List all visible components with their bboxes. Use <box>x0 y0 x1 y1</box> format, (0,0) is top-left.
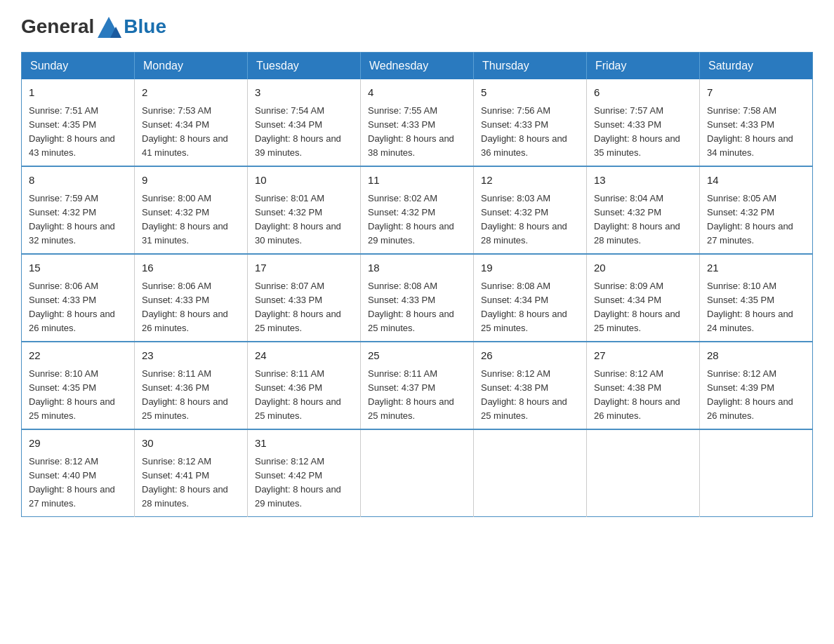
calendar-header-wednesday: Wednesday <box>361 53 474 80</box>
sunset-label: Sunset: 4:33 PM <box>142 295 209 305</box>
calendar-cell: 15 Sunrise: 8:06 AM Sunset: 4:33 PM Dayl… <box>22 254 135 342</box>
calendar-cell: 8 Sunrise: 7:59 AM Sunset: 4:32 PM Dayli… <box>22 166 135 254</box>
day-number: 28 <box>707 348 805 364</box>
sunrise-label: Sunrise: 8:09 AM <box>594 281 663 291</box>
calendar-cell: 11 Sunrise: 8:02 AM Sunset: 4:32 PM Dayl… <box>361 166 474 254</box>
daylight-label: Daylight: 8 hours and 39 minutes. <box>255 133 341 158</box>
calendar-cell: 9 Sunrise: 8:00 AM Sunset: 4:32 PM Dayli… <box>135 166 248 254</box>
calendar-header-friday: Friday <box>587 53 700 80</box>
day-info: Sunrise: 8:12 AM Sunset: 4:38 PM Dayligh… <box>594 367 692 424</box>
sunset-label: Sunset: 4:33 PM <box>368 295 435 305</box>
calendar-cell: 20 Sunrise: 8:09 AM Sunset: 4:34 PM Dayl… <box>587 254 700 342</box>
day-number: 7 <box>707 85 805 101</box>
sunrise-label: Sunrise: 8:12 AM <box>481 368 550 379</box>
page-header: General Blue <box>21 14 813 39</box>
sunset-label: Sunset: 4:33 PM <box>29 295 96 305</box>
daylight-label: Daylight: 8 hours and 25 minutes. <box>368 309 454 333</box>
sunrise-label: Sunrise: 7:58 AM <box>707 105 776 116</box>
sunset-label: Sunset: 4:33 PM <box>481 119 548 130</box>
sunrise-label: Sunrise: 8:11 AM <box>368 368 437 379</box>
calendar-cell: 4 Sunrise: 7:55 AM Sunset: 4:33 PM Dayli… <box>361 79 474 166</box>
calendar-cell: 30 Sunrise: 8:12 AM Sunset: 4:41 PM Dayl… <box>135 429 248 517</box>
day-info: Sunrise: 8:10 AM Sunset: 4:35 PM Dayligh… <box>29 367 127 424</box>
day-info: Sunrise: 8:07 AM Sunset: 4:33 PM Dayligh… <box>255 279 353 336</box>
calendar-week-row: 1 Sunrise: 7:51 AM Sunset: 4:35 PM Dayli… <box>22 79 813 166</box>
sunrise-label: Sunrise: 7:57 AM <box>594 105 663 116</box>
day-info: Sunrise: 7:51 AM Sunset: 4:35 PM Dayligh… <box>29 104 127 161</box>
daylight-label: Daylight: 8 hours and 25 minutes. <box>594 309 680 333</box>
daylight-label: Daylight: 8 hours and 25 minutes. <box>368 396 454 421</box>
day-number: 2 <box>142 85 240 101</box>
sunrise-label: Sunrise: 7:56 AM <box>481 105 550 116</box>
day-info: Sunrise: 8:06 AM Sunset: 4:33 PM Dayligh… <box>142 279 240 336</box>
calendar-week-row: 8 Sunrise: 7:59 AM Sunset: 4:32 PM Dayli… <box>22 166 813 254</box>
calendar-cell: 28 Sunrise: 8:12 AM Sunset: 4:39 PM Dayl… <box>700 342 813 429</box>
day-number: 16 <box>142 260 240 276</box>
sunrise-label: Sunrise: 8:12 AM <box>594 368 663 379</box>
sunset-label: Sunset: 4:39 PM <box>707 382 774 393</box>
day-number: 8 <box>29 173 127 189</box>
day-info: Sunrise: 8:12 AM Sunset: 4:38 PM Dayligh… <box>481 367 579 424</box>
sunset-label: Sunset: 4:33 PM <box>255 295 322 305</box>
day-number: 20 <box>594 260 692 276</box>
sunset-label: Sunset: 4:36 PM <box>255 382 322 393</box>
daylight-label: Daylight: 8 hours and 27 minutes. <box>29 484 115 509</box>
calendar-cell <box>474 429 587 517</box>
daylight-label: Daylight: 8 hours and 41 minutes. <box>142 133 228 158</box>
day-info: Sunrise: 7:55 AM Sunset: 4:33 PM Dayligh… <box>368 104 466 161</box>
sunset-label: Sunset: 4:34 PM <box>481 295 548 305</box>
sunset-label: Sunset: 4:35 PM <box>707 295 774 305</box>
daylight-label: Daylight: 8 hours and 25 minutes. <box>481 309 567 333</box>
sunset-label: Sunset: 4:33 PM <box>707 119 774 130</box>
sunrise-label: Sunrise: 7:55 AM <box>368 105 437 116</box>
sunrise-label: Sunrise: 8:02 AM <box>368 193 437 203</box>
day-info: Sunrise: 7:54 AM Sunset: 4:34 PM Dayligh… <box>255 104 353 161</box>
sunset-label: Sunset: 4:37 PM <box>368 382 435 393</box>
calendar-cell: 19 Sunrise: 8:08 AM Sunset: 4:34 PM Dayl… <box>474 254 587 342</box>
day-number: 18 <box>368 260 466 276</box>
sunrise-label: Sunrise: 8:08 AM <box>481 281 550 291</box>
sunrise-label: Sunrise: 8:10 AM <box>707 281 776 291</box>
sunset-label: Sunset: 4:33 PM <box>594 119 661 130</box>
sunset-label: Sunset: 4:34 PM <box>594 295 661 305</box>
day-info: Sunrise: 8:12 AM Sunset: 4:39 PM Dayligh… <box>707 367 805 424</box>
day-number: 25 <box>368 348 466 364</box>
sunset-label: Sunset: 4:38 PM <box>481 382 548 393</box>
day-number: 13 <box>594 173 692 189</box>
sunrise-label: Sunrise: 8:01 AM <box>255 193 324 203</box>
daylight-label: Daylight: 8 hours and 36 minutes. <box>481 133 567 158</box>
calendar-cell: 17 Sunrise: 8:07 AM Sunset: 4:33 PM Dayl… <box>248 254 361 342</box>
calendar-cell: 26 Sunrise: 8:12 AM Sunset: 4:38 PM Dayl… <box>474 342 587 429</box>
calendar-header-saturday: Saturday <box>700 53 813 80</box>
calendar-cell: 24 Sunrise: 8:11 AM Sunset: 4:36 PM Dayl… <box>248 342 361 429</box>
day-number: 12 <box>481 173 579 189</box>
calendar-cell: 14 Sunrise: 8:05 AM Sunset: 4:32 PM Dayl… <box>700 166 813 254</box>
sunrise-label: Sunrise: 8:06 AM <box>29 281 98 291</box>
day-info: Sunrise: 7:57 AM Sunset: 4:33 PM Dayligh… <box>594 104 692 161</box>
day-info: Sunrise: 8:12 AM Sunset: 4:41 PM Dayligh… <box>142 455 240 511</box>
logo: General Blue <box>21 14 166 39</box>
sunrise-label: Sunrise: 8:12 AM <box>707 368 776 379</box>
day-info: Sunrise: 8:11 AM Sunset: 4:36 PM Dayligh… <box>255 367 353 424</box>
calendar-header-monday: Monday <box>135 53 248 80</box>
daylight-label: Daylight: 8 hours and 28 minutes. <box>142 484 228 509</box>
sunset-label: Sunset: 4:32 PM <box>594 207 661 217</box>
day-info: Sunrise: 8:05 AM Sunset: 4:32 PM Dayligh… <box>707 192 805 248</box>
sunrise-label: Sunrise: 8:12 AM <box>142 456 211 467</box>
daylight-label: Daylight: 8 hours and 31 minutes. <box>142 221 228 246</box>
calendar-cell: 16 Sunrise: 8:06 AM Sunset: 4:33 PM Dayl… <box>135 254 248 342</box>
daylight-label: Daylight: 8 hours and 25 minutes. <box>29 396 115 421</box>
day-info: Sunrise: 7:58 AM Sunset: 4:33 PM Dayligh… <box>707 104 805 161</box>
sunrise-label: Sunrise: 8:04 AM <box>594 193 663 203</box>
day-number: 23 <box>142 348 240 364</box>
calendar-week-row: 15 Sunrise: 8:06 AM Sunset: 4:33 PM Dayl… <box>22 254 813 342</box>
sunset-label: Sunset: 4:34 PM <box>142 119 209 130</box>
calendar-cell: 10 Sunrise: 8:01 AM Sunset: 4:32 PM Dayl… <box>248 166 361 254</box>
day-number: 10 <box>255 173 353 189</box>
day-info: Sunrise: 8:09 AM Sunset: 4:34 PM Dayligh… <box>594 279 692 336</box>
sunrise-label: Sunrise: 8:12 AM <box>255 456 324 467</box>
sunrise-label: Sunrise: 8:08 AM <box>368 281 437 291</box>
calendar-cell: 2 Sunrise: 7:53 AM Sunset: 4:34 PM Dayli… <box>135 79 248 166</box>
sunset-label: Sunset: 4:34 PM <box>255 119 322 130</box>
daylight-label: Daylight: 8 hours and 27 minutes. <box>707 221 793 246</box>
